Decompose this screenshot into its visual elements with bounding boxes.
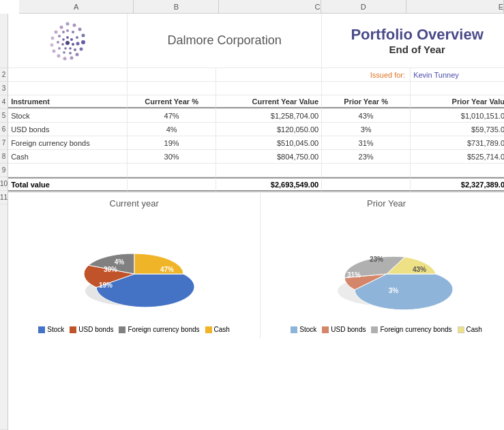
row-9: [8, 164, 504, 177]
legend-stock-prior: Stock: [291, 326, 316, 333]
row-num-header: [0, 14, 8, 68]
row-7: Foreign currency bonds 19% $510,045.00 3…: [8, 136, 504, 150]
current-val-2: $510,045.00: [216, 136, 322, 149]
legend-cash-prior: Cash: [458, 326, 482, 333]
cash-swatch: [205, 326, 212, 333]
col-header-c: C: [219, 0, 321, 13]
row-num-3: 3: [0, 82, 8, 95]
svg-point-33: [65, 41, 70, 45]
cell-2d: Issued for:: [322, 68, 411, 81]
svg-point-19: [74, 48, 76, 51]
svg-text:47%: 47%: [160, 266, 174, 273]
legend-cash-label: Cash: [214, 326, 230, 333]
legend-cash-current: Cash: [205, 326, 230, 333]
legend-cash-prior-label: Cash: [466, 326, 482, 333]
svg-point-8: [63, 57, 67, 60]
usd-prior-swatch: [322, 326, 329, 333]
legend-stock-label: Stock: [47, 326, 64, 333]
col-header-e: E: [406, 0, 504, 13]
current-pct-1: 4%: [128, 123, 216, 136]
prior-val-0: $1,010,151.00: [411, 109, 504, 122]
col-header-a: A: [19, 0, 134, 13]
svg-point-30: [64, 47, 67, 50]
logo-icon: [40, 17, 95, 65]
prior-pct-0: 43%: [322, 109, 411, 122]
header-current-value: Current Year Value: [216, 95, 322, 108]
svg-point-13: [55, 30, 58, 33]
svg-point-28: [72, 43, 74, 46]
svg-point-32: [62, 38, 65, 41]
svg-point-3: [82, 33, 85, 37]
svg-point-20: [69, 52, 72, 55]
row-num-2: 2: [0, 68, 8, 82]
svg-point-21: [63, 51, 65, 54]
header-instrument: Instrument: [8, 95, 128, 108]
subtitle: End of Year: [389, 44, 445, 55]
prior-year-chart: Prior Year: [261, 193, 504, 339]
row-num-8: 8: [0, 150, 8, 164]
svg-point-15: [66, 29, 69, 32]
current-val-0: $1,258,704.00: [216, 109, 322, 122]
row-6: USD bonds 4% $120,050.00 3% $59,735.00: [8, 123, 504, 136]
svg-point-29: [69, 47, 72, 50]
svg-text:30%: 30%: [104, 266, 117, 273]
row-2: Issued for: Kevin Tunney: [8, 68, 504, 82]
current-chart-area: 47% 19% 4% 30%: [66, 211, 203, 323]
svg-point-27: [70, 38, 73, 41]
row-num-10: 10: [0, 177, 8, 191]
cell-2e: Kevin Tunney: [411, 68, 504, 81]
spreadsheet: A B C D E 2 3 4 5 6 7 8 9 10 11: [0, 0, 504, 430]
current-pct-2: 19%: [128, 136, 216, 149]
row-5: Stock 47% $1,258,704.00 43% $1,010,151.0…: [8, 109, 504, 123]
svg-point-0: [66, 22, 70, 25]
current-legend: Stock USD bonds Foreign currency bonds: [38, 326, 230, 333]
portfolio-title: Portfolio Overview: [351, 26, 483, 44]
usd-swatch: [70, 326, 76, 333]
row-4-headers: Instrument Current Year % Current Year V…: [8, 95, 504, 109]
row-num-6: 6: [0, 123, 8, 136]
svg-text:23%: 23%: [370, 256, 383, 263]
fcb-swatch: [119, 326, 125, 333]
row-num-9: 9: [0, 164, 8, 177]
header-row: Dalmore Corporation Portfolio Overview E…: [8, 14, 504, 68]
prior-pct-3: 23%: [322, 150, 411, 163]
total-prior-value: $2,327,389.00: [411, 177, 504, 191]
legend-fcb-prior-label: Foreign currency bonds: [380, 326, 451, 333]
svg-text:19%: 19%: [99, 281, 113, 289]
svg-point-22: [58, 47, 61, 50]
stock-swatch: [38, 326, 45, 333]
svg-point-18: [76, 42, 80, 45]
prior-val-2: $731,789.00: [411, 136, 504, 149]
svg-point-31: [61, 43, 64, 46]
prior-val-3: $525,714.00: [411, 150, 504, 163]
svg-point-12: [51, 36, 55, 40]
stock-prior-swatch: [291, 326, 297, 333]
svg-point-11: [50, 43, 54, 46]
instrument-3: Cash: [8, 150, 128, 163]
svg-point-10: [53, 49, 56, 52]
svg-point-5: [80, 47, 83, 50]
svg-point-2: [78, 27, 82, 31]
header-prior-pct: Prior Year %: [322, 95, 411, 108]
prior-pct-1: 3%: [322, 123, 411, 136]
svg-point-6: [76, 52, 79, 56]
legend-usd-current: USD bonds: [70, 326, 113, 333]
svg-point-17: [76, 36, 78, 39]
prior-pie-svg: 43% 31% 23% 3%: [318, 219, 455, 315]
col-header-d: D: [321, 0, 406, 13]
cell-2c: [216, 68, 322, 81]
legend-stock-prior-label: Stock: [299, 326, 316, 333]
instrument-1: USD bonds: [8, 123, 128, 136]
issued-value: Kevin Tunney: [413, 71, 459, 79]
logo-cell: [8, 14, 128, 67]
svg-point-1: [73, 23, 76, 27]
col-header-b: B: [134, 0, 219, 13]
legend-usd-prior-label: USD bonds: [331, 326, 366, 333]
svg-text:3%: 3%: [388, 287, 398, 294]
issued-label: Issued for:: [370, 71, 405, 79]
row-8: Cash 30% $804,750.00 23% $525,714.00: [8, 150, 504, 164]
current-year-chart: Current year: [8, 193, 261, 339]
header-prior-value: Prior Year Value: [411, 95, 504, 108]
row-num-11: 11: [0, 191, 8, 204]
total-current-value: $2,693,549.00: [216, 177, 322, 191]
